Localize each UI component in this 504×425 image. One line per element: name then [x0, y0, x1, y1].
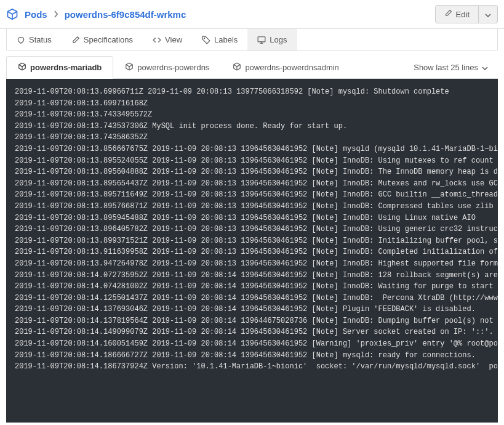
header: Pods powerdns-6f9c854df-wrkmc Edit: [0, 0, 504, 29]
log-tab-label: powerdns-powerdnsadmin: [245, 63, 338, 72]
lines-selector-label: Show last 25 lines: [414, 63, 478, 72]
resource-cube-icon: [6, 8, 18, 20]
svg-point-0: [204, 38, 205, 38]
chevron-down-icon: [482, 63, 488, 72]
log-line: 2019-11-09T20:08:13.911639958Z 2019-11-0…: [15, 246, 489, 258]
log-line: 2019-11-09T20:08:13.7433495572Z: [15, 109, 489, 121]
log-line: 2019-11-09T20:08:13.895524055Z 2019-11-0…: [15, 155, 489, 167]
tab-label: Specifications: [84, 35, 133, 44]
log-line: 2019-11-09T20:08:13.895945488Z 2019-11-0…: [15, 212, 489, 224]
tab-label: View: [165, 35, 182, 44]
breadcrumb-current[interactable]: powerdns-6f9c854df-wrkmc: [65, 9, 186, 20]
log-output[interactable]: 2019-11-09T20:08:13.69966711Z 2019-11-09…: [6, 79, 498, 423]
pencil-icon: [444, 9, 452, 19]
tab-view[interactable]: View: [143, 29, 192, 51]
container-cube-icon: [125, 62, 134, 73]
log-tab-label: powerdns-mariadb: [30, 63, 102, 72]
log-tab-powerdns[interactable]: powerdns-powerdns: [113, 56, 221, 79]
log-line: 2019-11-09T20:08:14.149099079Z 2019-11-0…: [15, 326, 489, 338]
tab-specifications[interactable]: Specifications: [62, 29, 143, 51]
log-line: 2019-11-09T20:08:13.895766871Z 2019-11-0…: [15, 201, 489, 212]
log-container-tabs: powerdns-mariadb powerdns-powerdns power…: [6, 56, 351, 78]
svg-rect-1: [258, 36, 266, 41]
tab-label: Labels: [214, 35, 238, 44]
log-tab-powerdnsadmin[interactable]: powerdns-powerdnsadmin: [221, 56, 350, 79]
tabs-bar: Status Specifications View Labels Logs: [6, 29, 498, 51]
log-line: 2019-11-09T20:08:14.160051459Z 2019-11-0…: [15, 338, 489, 350]
heart-icon: [17, 36, 25, 44]
tab-status[interactable]: Status: [7, 29, 62, 51]
log-line: 2019-11-09T20:08:13.899371521Z 2019-11-0…: [15, 235, 489, 247]
edit-button[interactable]: Edit: [435, 5, 479, 23]
log-line: 2019-11-09T20:08:14.074281002Z 2019-11-0…: [15, 281, 489, 293]
tag-icon: [202, 36, 210, 44]
tab-label: Status: [29, 35, 52, 44]
log-line: 2019-11-09T20:08:13.895654437Z 2019-11-0…: [15, 178, 489, 190]
container-cube-icon: [18, 62, 26, 73]
log-line: 2019-11-09T20:08:14.137819564Z 2019-11-0…: [15, 315, 489, 327]
tab-logs[interactable]: Logs: [247, 29, 297, 51]
log-line: 2019-11-09T20:08:14.072735952Z 2019-11-0…: [15, 270, 489, 281]
log-tab-mariadb[interactable]: powerdns-mariadb: [6, 56, 113, 79]
log-line: 2019-11-09T20:08:14.137693046Z 2019-11-0…: [15, 304, 489, 315]
log-line: 2019-11-09T20:08:13.699716168Z: [15, 98, 489, 110]
edit-button-label: Edit: [456, 10, 470, 19]
chevron-right-icon: [54, 9, 58, 20]
edit-button-group: Edit: [435, 5, 498, 23]
log-line: 2019-11-09T20:08:13.856667675Z 2019-11-0…: [15, 144, 489, 155]
log-line: 2019-11-09T20:08:14.125501437Z 2019-11-0…: [15, 293, 489, 304]
log-line: 2019-11-09T20:08:13.947264978Z 2019-11-0…: [15, 258, 489, 270]
log-line: 2019-11-09T20:08:13.743586352Z: [15, 132, 489, 144]
edit-dropdown-button[interactable]: [479, 5, 498, 23]
pencil-icon: [71, 36, 80, 44]
monitor-icon: [257, 36, 266, 44]
chevron-down-icon: [485, 10, 491, 19]
tab-labels[interactable]: Labels: [192, 29, 247, 51]
breadcrumb: Pods powerdns-6f9c854df-wrkmc: [6, 8, 186, 20]
log-line: 2019-11-09T20:08:13.896405782Z 2019-11-0…: [15, 224, 489, 235]
code-icon: [153, 36, 161, 44]
log-line: 2019-11-09T20:08:13.743537306Z MySQL ini…: [15, 121, 489, 132]
log-line: 2019-11-09T20:08:14.186666727Z 2019-11-0…: [15, 350, 489, 362]
lines-selector[interactable]: Show last 25 lines: [414, 63, 498, 72]
log-line: 2019-11-09T20:08:13.895604888Z 2019-11-0…: [15, 166, 489, 178]
log-line: 2019-11-09T20:08:13.895711649Z 2019-11-0…: [15, 189, 489, 201]
container-cube-icon: [233, 62, 241, 73]
log-line: 2019-11-09T20:08:14.186737924Z Version: …: [15, 361, 489, 373]
log-line: 2019-11-09T20:08:13.69966711Z 2019-11-09…: [15, 86, 489, 98]
breadcrumb-parent[interactable]: Pods: [25, 9, 47, 20]
logs-panel: powerdns-mariadb powerdns-powerdns power…: [6, 56, 498, 423]
log-tab-label: powerdns-powerdns: [137, 63, 209, 72]
log-tabs-row: powerdns-mariadb powerdns-powerdns power…: [6, 56, 498, 79]
tab-label: Logs: [270, 35, 287, 44]
